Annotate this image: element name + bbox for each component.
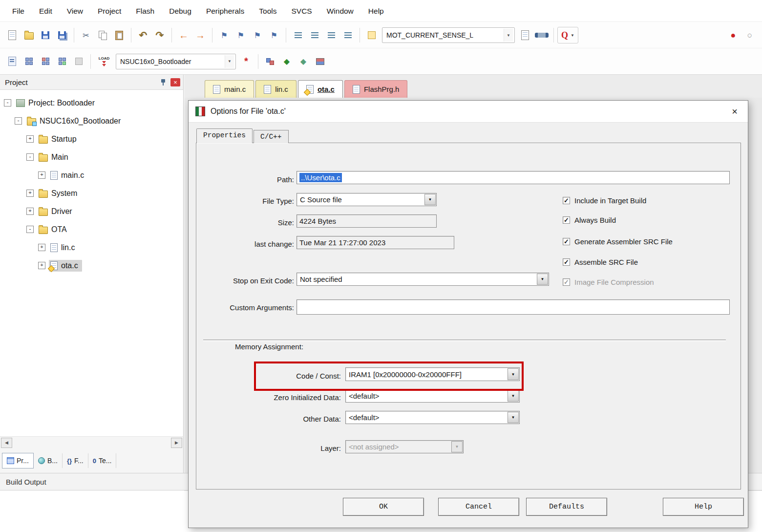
menu-help[interactable]: Help bbox=[361, 0, 391, 22]
tree-collapse-icon[interactable]: - bbox=[26, 226, 34, 233]
editor-tab-main-c[interactable]: main.c bbox=[205, 80, 254, 98]
indent-icon[interactable] bbox=[290, 26, 306, 44]
checkbox-assemble-src-file[interactable]: ✓ Assemble SRC File bbox=[563, 258, 638, 266]
menu-edit[interactable]: Edit bbox=[32, 0, 60, 22]
pin-icon[interactable] bbox=[160, 78, 167, 86]
tree-item-lin-c[interactable]: + lin.c bbox=[0, 238, 183, 256]
search-icon[interactable] bbox=[534, 26, 550, 44]
dock-tab-templates[interactable]: 0 Te... bbox=[88, 453, 117, 468]
tree-item-main[interactable]: - Main bbox=[0, 148, 183, 166]
find-combo[interactable]: MOT_CURRENT_SENSE_L ▼ bbox=[382, 27, 515, 43]
menu-peripherals[interactable]: Peripherals bbox=[199, 0, 252, 22]
target-select-combo[interactable]: NSUC16x0_Bootloader ▼ bbox=[116, 54, 236, 69]
dropdown-arrow-icon[interactable]: ▼ bbox=[508, 368, 519, 380]
dropdown-arrow-icon[interactable]: ▼ bbox=[424, 194, 436, 205]
tree-collapse-icon[interactable]: - bbox=[26, 153, 34, 161]
dock-tab-project[interactable]: Pr... bbox=[2, 453, 34, 468]
checkbox-include-in-target-build[interactable]: ✓ Include in Target Build bbox=[563, 196, 646, 205]
translate-file-icon[interactable] bbox=[4, 53, 20, 70]
dialog-title-bar[interactable]: Options for File 'ota.c' × bbox=[189, 101, 748, 123]
menu-debug[interactable]: Debug bbox=[162, 0, 199, 22]
uncomment-icon[interactable] bbox=[340, 26, 356, 44]
rebuild-icon[interactable] bbox=[38, 53, 53, 70]
next-bookmark-icon[interactable]: ⚑ bbox=[250, 26, 265, 44]
tab-c-cpp[interactable]: C/C++ bbox=[254, 130, 289, 143]
tree-item-main-c[interactable]: + main.c bbox=[0, 166, 183, 184]
save-icon[interactable] bbox=[38, 26, 53, 44]
find-in-files-icon[interactable] bbox=[517, 26, 533, 44]
menu-window[interactable]: Window bbox=[319, 0, 361, 22]
chevron-down-icon[interactable]: ▼ bbox=[504, 29, 513, 42]
menu-project[interactable]: Project bbox=[90, 0, 128, 22]
batch-build-icon[interactable] bbox=[54, 53, 70, 70]
undo-icon[interactable]: ↶ bbox=[135, 26, 151, 44]
close-icon[interactable]: × bbox=[170, 78, 180, 86]
custom-arguments-input[interactable] bbox=[296, 299, 730, 315]
dropdown-arrow-icon[interactable]: ▼ bbox=[537, 274, 548, 285]
manage-packs-icon[interactable]: ◆ bbox=[296, 53, 311, 70]
tree-item-startup[interactable]: + Startup bbox=[0, 130, 183, 148]
tree-expand-icon[interactable]: + bbox=[38, 244, 45, 251]
quick-search-dropdown[interactable]: Q ▼ bbox=[557, 27, 578, 43]
navigate-forward-icon[interactable]: → bbox=[192, 26, 208, 44]
menu-file[interactable]: File bbox=[5, 0, 32, 22]
configure-icon[interactable] bbox=[364, 26, 380, 44]
tree-item-ota-c[interactable]: + ota.c bbox=[0, 256, 183, 275]
tree-item-ota[interactable]: - OTA bbox=[0, 220, 183, 238]
save-all-icon[interactable] bbox=[54, 26, 70, 44]
menu-view[interactable]: View bbox=[60, 0, 90, 22]
stop-build-icon[interactable] bbox=[71, 53, 86, 70]
tree-expand-icon[interactable]: + bbox=[26, 135, 34, 143]
ok-button[interactable]: OK bbox=[343, 498, 424, 516]
close-icon[interactable]: × bbox=[728, 106, 741, 117]
tree-expand-icon[interactable]: + bbox=[38, 262, 45, 269]
books-icon[interactable] bbox=[312, 53, 328, 70]
paste-icon[interactable] bbox=[111, 26, 127, 44]
new-file-icon[interactable] bbox=[4, 26, 20, 44]
copy-icon[interactable] bbox=[95, 26, 110, 44]
prev-bookmark-icon[interactable]: ⚑ bbox=[233, 26, 249, 44]
dock-tab-functions[interactable]: {} F... bbox=[63, 453, 88, 468]
checkbox-always-build[interactable]: ✓ Always Build bbox=[563, 216, 616, 224]
scroll-left-icon[interactable]: ◀ bbox=[1, 438, 12, 448]
defaults-button[interactable]: Defaults bbox=[526, 498, 607, 516]
pack-installer-icon[interactable]: ◆ bbox=[279, 53, 295, 70]
tree-expand-icon[interactable]: + bbox=[26, 208, 34, 215]
dock-tab-books[interactable]: B... bbox=[34, 453, 63, 468]
toggle-bookmark-icon[interactable]: ⚑ bbox=[216, 26, 232, 44]
file-type-select[interactable]: C Source file ▼ bbox=[296, 193, 437, 206]
dropdown-arrow-icon[interactable]: ▼ bbox=[508, 390, 519, 402]
outdent-icon[interactable] bbox=[307, 26, 322, 44]
insert-breakpoint-icon[interactable]: ● bbox=[725, 26, 741, 44]
tree-item-nsuc16x0-bootloader[interactable]: - NSUC16x0_Bootloader bbox=[0, 112, 183, 130]
target-options-icon[interactable]: * bbox=[238, 53, 254, 70]
help-button[interactable]: Help bbox=[663, 498, 744, 516]
navigate-back-icon[interactable]: ← bbox=[176, 26, 191, 44]
other-data-select[interactable]: <default> ▼ bbox=[345, 411, 520, 424]
path-input[interactable]: ..\User\ota.c bbox=[296, 171, 730, 184]
download-flash-icon[interactable]: LOAD bbox=[95, 53, 113, 70]
manage-components-icon[interactable] bbox=[262, 53, 278, 70]
menu-tools[interactable]: Tools bbox=[252, 0, 284, 22]
tree-expand-icon[interactable]: + bbox=[26, 190, 34, 197]
scroll-right-icon[interactable]: ▶ bbox=[171, 438, 182, 448]
comment-icon[interactable] bbox=[323, 26, 339, 44]
kill-breakpoints-icon[interactable]: ○ bbox=[742, 26, 758, 44]
stop-on-exit-select[interactable]: Not specified ▼ bbox=[296, 273, 549, 286]
tree-expand-icon[interactable]: + bbox=[38, 171, 45, 179]
zero-initialized-data-select[interactable]: <default> ▼ bbox=[345, 389, 520, 403]
editor-tab-ota-c[interactable]: ota.c bbox=[298, 80, 343, 98]
editor-tab-flashprg-h[interactable]: FlashPrg.h bbox=[344, 80, 408, 98]
clear-bookmarks-icon[interactable]: ⚑ bbox=[266, 26, 282, 44]
dropdown-arrow-icon[interactable]: ▼ bbox=[508, 412, 519, 423]
cancel-button[interactable]: Cancel bbox=[438, 498, 519, 516]
tree-collapse-icon[interactable]: - bbox=[15, 117, 22, 125]
redo-icon[interactable]: ↷ bbox=[152, 26, 168, 44]
tree-item-project-bootloader[interactable]: - Project: Bootloader bbox=[0, 94, 183, 112]
tree-item-driver[interactable]: + Driver bbox=[0, 202, 183, 220]
tab-properties[interactable]: Properties bbox=[196, 128, 253, 143]
menu-flash[interactable]: Flash bbox=[128, 0, 162, 22]
selected-tree-item[interactable]: ota.c bbox=[49, 260, 82, 272]
open-file-icon[interactable] bbox=[21, 26, 37, 44]
horizontal-scrollbar[interactable]: ◀ ▶ bbox=[0, 436, 184, 448]
